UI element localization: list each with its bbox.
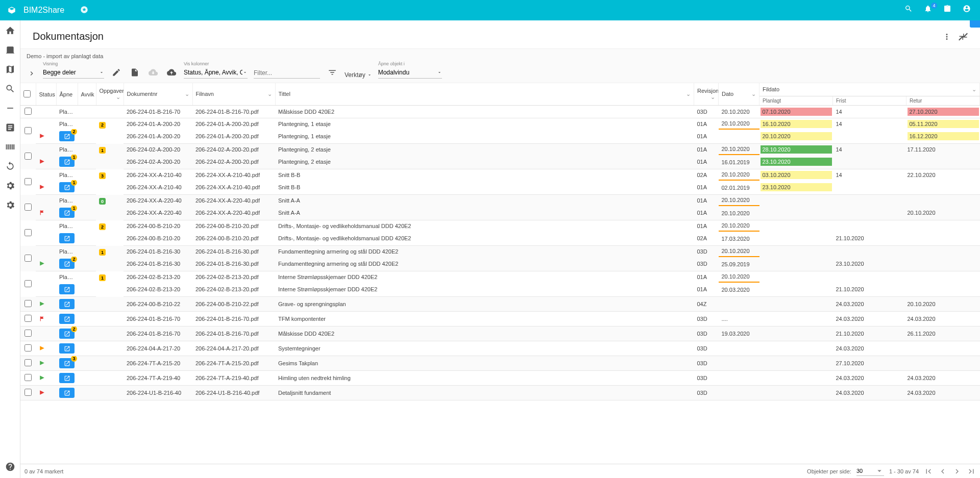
topbar: BIM2Share 4 [0, 0, 980, 20]
app-logo-icon [6, 5, 17, 16]
search-icon[interactable] [904, 5, 916, 16]
notification-count: 4 [931, 3, 937, 9]
clipboard-icon[interactable] [943, 5, 954, 16]
account-icon[interactable] [963, 5, 974, 16]
notification-bell-icon[interactable]: 4 [924, 5, 935, 16]
star-icon[interactable] [80, 5, 89, 16]
app-title: BIM2Share [23, 6, 64, 15]
